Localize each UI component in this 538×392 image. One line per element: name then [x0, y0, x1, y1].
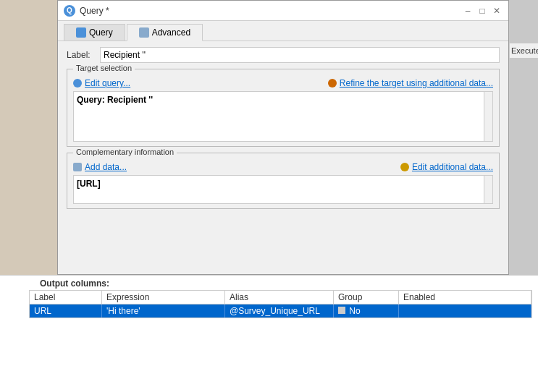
window-title: Query *: [80, 6, 109, 16]
target-group-content: Edit query... Refine the target using ad…: [67, 69, 499, 146]
query-icon: Q: [64, 5, 75, 17]
query-text-box: Query: Recipient '': [73, 91, 493, 142]
comp-group-content: Add data... Edit additional data... [URL…: [67, 153, 499, 208]
close-button[interactable]: ✕: [491, 5, 503, 17]
url-scrollbar[interactable]: [484, 176, 492, 203]
table-row[interactable]: URL 'Hi there' @Survey_Unique_URL No: [30, 304, 531, 318]
query-text: Query: Recipient '': [77, 95, 153, 105]
edit-additional-link[interactable]: Edit additional data...: [400, 162, 493, 172]
cell-alias: @Survey_Unique_URL: [225, 304, 334, 318]
label-input[interactable]: [100, 47, 500, 63]
col-header-label: Label: [30, 291, 102, 304]
add-data-icon: [73, 163, 82, 171]
edit-query-icon: [73, 79, 82, 88]
add-data-link[interactable]: Add data...: [73, 162, 127, 172]
advanced-tab-icon: [139, 27, 149, 38]
dialog-content: Label: Target selection Edit query... Re…: [58, 41, 508, 274]
query-tab-icon: [76, 27, 86, 38]
target-section-title: Target selection: [73, 64, 135, 72]
tab-advanced[interactable]: Advanced: [127, 24, 203, 41]
comp-links: Add data... Edit additional data...: [73, 162, 493, 172]
output-columns-label: Output columns:: [0, 276, 538, 290]
output-table: Label Expression Alias Group Enabled URL…: [29, 290, 532, 318]
edit-additional-icon: [400, 163, 409, 171]
group-icon: [338, 307, 345, 314]
title-controls: – □ ✕: [462, 5, 503, 17]
col-header-group: Group: [334, 291, 399, 304]
tab-query[interactable]: Query: [64, 24, 125, 41]
maximize-button[interactable]: □: [476, 5, 488, 17]
label-field-label: Label:: [67, 50, 96, 60]
bottom-area: Output columns: Label Expression Alias G…: [0, 275, 538, 392]
cell-label: URL: [30, 304, 102, 318]
edit-query-link[interactable]: Edit query...: [73, 78, 130, 88]
target-selection-group: Target selection Edit query... Refine th…: [67, 69, 500, 147]
execute-button[interactable]: Execute: [509, 43, 538, 58]
table-header: Label Expression Alias Group Enabled: [30, 291, 531, 304]
query-scrollbar[interactable]: [484, 92, 492, 141]
comp-section-title: Complementary information: [73, 148, 177, 156]
query-dialog: Q Query * – □ ✕ Query Advanced Label: Ta…: [57, 0, 509, 275]
tab-bar: Query Advanced: [58, 21, 508, 41]
refine-target-icon: [328, 79, 337, 88]
group-value: No: [349, 306, 360, 316]
refine-target-link[interactable]: Refine the target using additional data.…: [328, 78, 493, 88]
cell-expression: 'Hi there': [102, 304, 225, 318]
col-header-expression: Expression: [102, 291, 225, 304]
target-links: Edit query... Refine the target using ad…: [73, 78, 493, 88]
title-bar: Q Query * – □ ✕: [58, 1, 508, 21]
url-text-box: [URL]: [73, 175, 493, 204]
comp-info-group: Complementary information Add data... Ed…: [67, 153, 500, 209]
execute-label: Execute: [511, 46, 538, 55]
tab-advanced-label: Advanced: [152, 27, 190, 38]
url-text: [URL]: [77, 179, 101, 189]
title-bar-left: Q Query *: [64, 5, 109, 17]
cell-enabled: [399, 304, 531, 318]
cell-group: No: [334, 304, 399, 318]
tab-query-label: Query: [89, 27, 113, 38]
minimize-button[interactable]: –: [462, 5, 474, 17]
col-header-alias: Alias: [225, 291, 334, 304]
col-header-enabled: Enabled: [399, 291, 531, 304]
label-row: Label:: [67, 47, 500, 63]
